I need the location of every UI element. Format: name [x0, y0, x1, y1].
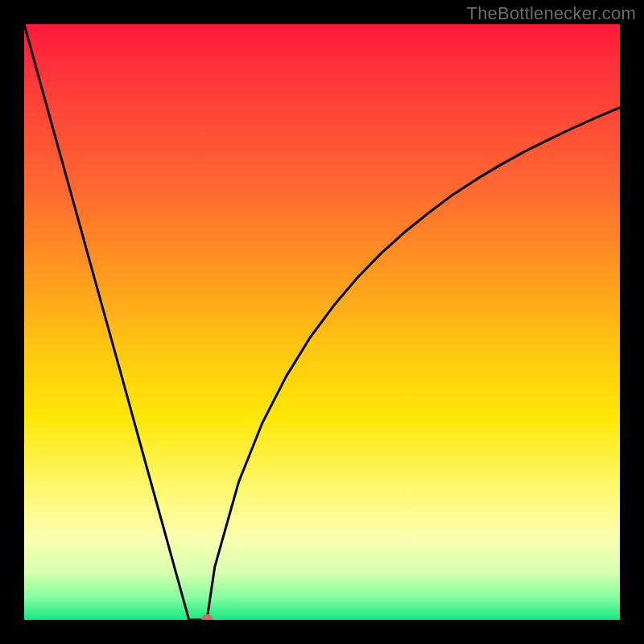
curve-path [24, 24, 620, 620]
optimum-marker-icon [201, 614, 213, 620]
chart-frame: TheBottlenecker.com [0, 0, 644, 644]
plot-area [24, 24, 620, 620]
bottleneck-curve [24, 24, 620, 620]
watermark-text: TheBottlenecker.com [467, 3, 636, 24]
